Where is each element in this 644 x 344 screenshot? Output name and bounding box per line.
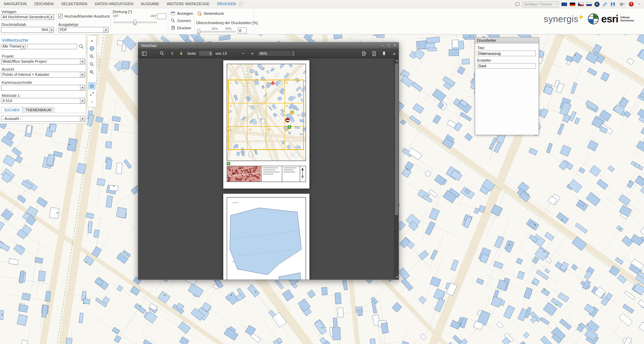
save-icon[interactable] (610, 1, 615, 7)
grid-cell-number: 1 (230, 81, 231, 84)
dropdown-arrow-icon[interactable]: ▼ (80, 98, 85, 103)
scroll-down-icon[interactable] (396, 276, 398, 278)
zoom-out-icon[interactable] (88, 61, 95, 68)
slider-handle[interactable] (197, 29, 200, 34)
ersteller-input[interactable] (477, 63, 536, 69)
restore-icon[interactable]: □ (386, 43, 391, 48)
ansicht-select[interactable]: Points of Interest + Kataster ▼ (1, 72, 85, 78)
drucken-button[interactable]: Drucken (171, 26, 191, 30)
globe-icon[interactable] (88, 45, 95, 52)
minimize-icon[interactable]: – (380, 43, 385, 48)
search-icon[interactable] (79, 44, 84, 49)
chevron-up-icon[interactable]: › (88, 98, 95, 105)
map-toolstrip: « › (87, 36, 96, 107)
bookmark-icon[interactable] (381, 50, 387, 57)
ribbon-separator (194, 10, 194, 33)
dropdown-arrow-icon[interactable]: ▼ (103, 27, 108, 32)
menu-tab-ausgabe[interactable]: AUSGABE (137, 0, 163, 8)
pages-panel-icon[interactable] (141, 50, 147, 57)
druckmassstab-combo[interactable]: 564 ▼ (1, 27, 54, 33)
tick-mark (115, 18, 115, 19)
export-page-icon[interactable] (371, 50, 377, 57)
menu-tab-selektieren[interactable]: SELEKTIEREN (57, 0, 91, 8)
collapse-ribbon-icon[interactable]: › (636, 1, 642, 7)
tick-mark (155, 18, 155, 19)
dialog-titlebar[interactable]: Vorschau – □ × (138, 42, 399, 49)
grid-cell-number: 5 (230, 104, 231, 108)
auswahl-select[interactable]: - Auswahl - ▼ (1, 116, 85, 122)
dropdown-arrow-icon[interactable]: ▼ (80, 85, 85, 90)
page-number-input[interactable] (198, 50, 213, 56)
esri-distributor: Distributor (620, 19, 634, 22)
collapse-sidebar-icon[interactable]: « (88, 37, 95, 44)
logout-icon[interactable] (628, 1, 634, 7)
sidebar: Volltextsuche Alle Themen ▼ Projekt WebO… (0, 34, 86, 124)
hires-checkbox[interactable]: ✓ (58, 14, 63, 18)
expand-icon[interactable] (88, 90, 95, 97)
search-page-icon[interactable] (159, 50, 165, 57)
seriendruck-button[interactable]: Seriendruck (197, 11, 224, 16)
link-icon[interactable] (602, 1, 607, 7)
tab-themenbaum[interactable]: THEMENBAUM (22, 107, 54, 113)
dropdown-arrow-icon[interactable]: ▼ (80, 72, 85, 77)
full-extent-icon[interactable] (88, 82, 95, 89)
theme-scope-select[interactable]: Alle Themen ▼ (1, 44, 26, 50)
search-input[interactable] (27, 44, 77, 49)
menu-tab-daten-hinzuf-gen[interactable]: DATEN HINZUFÜGEN (91, 0, 137, 8)
menu-tab-zeichnen[interactable]: ZEICHNEN (30, 0, 57, 8)
zoom-out-page-icon[interactable]: − (240, 50, 246, 57)
projekt-select[interactable]: WebOffice Sample Project ▼ (1, 59, 85, 64)
dropdown-arrow-icon[interactable]: ▼ (49, 14, 54, 20)
vorlagen-select[interactable]: A4 Hochformat Seriendruck ▼ (1, 14, 54, 20)
previous-page-icon[interactable] (169, 50, 175, 57)
flag-cz-icon[interactable] (578, 2, 584, 6)
preview-scrollbar[interactable] (394, 58, 399, 280)
zoom-in-page-icon[interactable]: + (249, 50, 255, 57)
tram-stop-marker: T (290, 110, 294, 115)
dropdown-arrow-icon[interactable]: ▼ (80, 59, 85, 64)
titel-input[interactable] (477, 51, 536, 56)
zoom-box-icon[interactable] (88, 69, 95, 75)
tab-suchen[interactable]: SUCHEN (1, 107, 22, 113)
zoom-in-icon[interactable] (88, 53, 95, 60)
menu-tab-navigation[interactable]: NAVIGATION (0, 0, 30, 8)
overlap-value-input[interactable] (238, 28, 247, 33)
menu-tabs: NAVIGATIONZEICHNENSELEKTIERENDATEN HINZU… (0, 0, 243, 8)
more-tools-icon[interactable]: » (391, 50, 397, 57)
settings-gear-icon[interactable]: ⚙ ▾ (618, 1, 626, 7)
preview-page-2 (223, 194, 309, 280)
flag-de-icon[interactable] (570, 2, 575, 6)
dropdown-arrow-icon[interactable]: ▼ (49, 27, 54, 32)
next-page-icon[interactable] (178, 50, 184, 57)
anzeigen-button[interactable]: Anzeigen (171, 11, 193, 16)
sidebar-tabs: SUCHEN THEMENBAUM (0, 107, 86, 113)
zoom-spinner-icon[interactable]: ▴▾ (291, 51, 295, 56)
tab-close-icon[interactable]: × (239, 2, 243, 6)
scroll-up-icon[interactable] (396, 60, 398, 61)
menu-tab-weitere-werkzeuge[interactable]: WEITERE WERKZEUGE (163, 0, 213, 8)
chat-icon[interactable] (514, 1, 520, 7)
rotation-value-input[interactable] (157, 13, 166, 19)
dropdown-arrow-icon[interactable]: ▼ (80, 116, 85, 121)
visible-themes-select[interactable]: Sichtbare Themen ▾ (522, 1, 559, 7)
print-icon[interactable] (360, 50, 367, 57)
rotation-slider[interactable] (113, 20, 157, 25)
kartenausschnitte-select[interactable]: ▼ (1, 85, 85, 91)
zoom-level-combo[interactable]: 40% ▴▾ (257, 50, 296, 57)
slider-handle[interactable] (133, 20, 136, 25)
overlap-slider[interactable] (197, 29, 236, 34)
ausgabetyp-select[interactable]: PDF ▼ (58, 27, 109, 33)
druckmassstab-value: 564 (1, 27, 49, 32)
druckmassstab-label: Druckmaßstab (1, 22, 26, 27)
flag-ru-icon[interactable] (586, 2, 592, 6)
massstab-select[interactable]: 4.514 ▼ (1, 98, 85, 104)
scroll-thumb[interactable] (395, 63, 398, 215)
dropdown-arrow-icon[interactable]: ▼ (21, 44, 25, 49)
menu-tab-drucken[interactable]: DRUCKEN (213, 0, 239, 8)
flag-eu-icon[interactable] (561, 2, 567, 6)
close-icon[interactable]: × (392, 43, 398, 48)
esri-wordmark: esri (601, 13, 618, 25)
zoomen-button[interactable]: Zoomen (171, 18, 191, 23)
fulltext-search-link[interactable]: Volltextsuche (2, 38, 28, 43)
circle-c-icon[interactable]: C (594, 2, 600, 7)
